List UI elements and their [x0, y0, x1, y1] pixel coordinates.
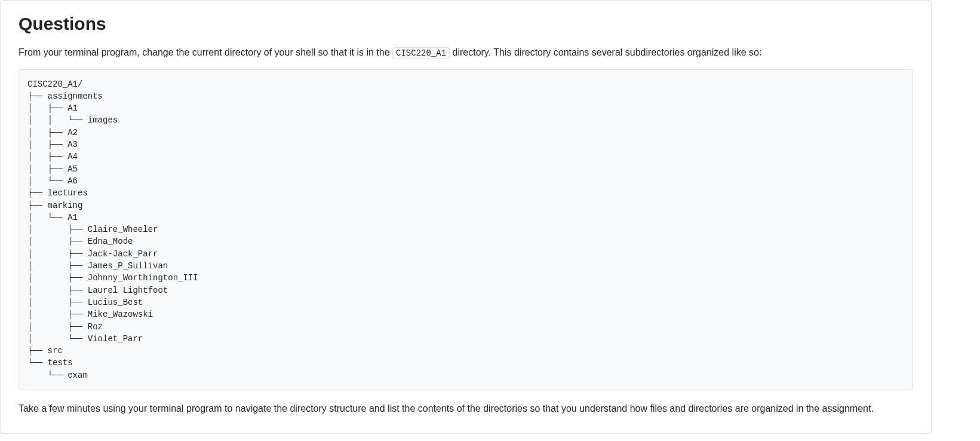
directory-tree-block: CISC220_A1/ ├── assignments │ ├── A1 │ │…: [19, 69, 913, 390]
inline-code-dirname: CISC220_A1: [392, 47, 450, 59]
intro-paragraph: From your terminal program, change the c…: [19, 46, 913, 60]
document-container: Questions From your terminal program, ch…: [0, 0, 932, 434]
section-heading: Questions: [19, 14, 913, 34]
outro-paragraph: Take a few minutes using your terminal p…: [19, 402, 913, 415]
intro-text-before: From your terminal program, change the c…: [19, 47, 392, 57]
intro-text-after: directory. This directory contains sever…: [453, 47, 762, 57]
